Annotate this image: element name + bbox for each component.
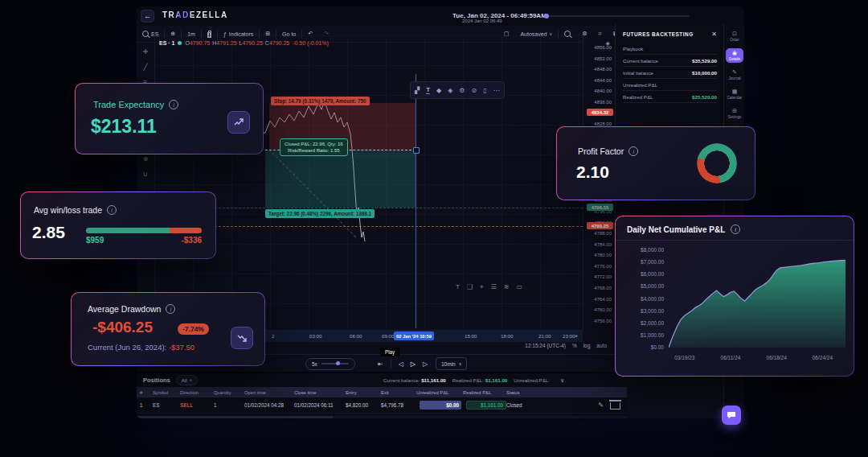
fill-color-icon[interactable]: ◆ (436, 87, 441, 94)
delete-icon[interactable] (610, 402, 620, 410)
floating-drawing-toolbar: ▞T◆◈⚙⊘▯⋯ (410, 81, 505, 99)
lock-icon[interactable]: ⊘ (472, 87, 477, 94)
column-header: Realized P&L (460, 390, 503, 395)
rail-item-journal[interactable]: ✎Journal (726, 68, 743, 82)
symbol-status-dot (178, 41, 182, 45)
row-label: Current balance (623, 58, 658, 64)
rect-tool-icon[interactable]: ▭ (516, 283, 522, 291)
rail-item-label: Details (729, 57, 740, 61)
chart-area[interactable]: Stop: 14.79 (0.31%) 1479, Amount: 750 Cl… (154, 35, 583, 330)
replay-speed-control[interactable]: 5x (305, 358, 355, 370)
replay-slider-handle[interactable] (544, 14, 549, 19)
wave-icon[interactable]: ≋ (504, 283, 510, 291)
time-tick: 23:00 (563, 333, 575, 339)
win-loss-ratio-bar (86, 228, 202, 233)
unrealized-pnl-cell: $0.00 (420, 401, 461, 410)
close-icon[interactable]: ✕ (711, 31, 717, 38)
price-tick: 4776.00 (594, 264, 612, 269)
play-button[interactable]: ▷ (411, 360, 416, 368)
replay-timeline-slider[interactable] (545, 15, 690, 17)
positions-title: Positions (143, 377, 170, 384)
text-format-icon[interactable]: T (426, 86, 430, 94)
stop-label: Stop: 14.79 (0.31%) 1479, Amount: 750 (271, 97, 370, 105)
row-actions: ✎ (595, 401, 620, 410)
line-color-icon[interactable]: ◈ (448, 87, 452, 94)
info-icon[interactable]: i (107, 205, 117, 215)
support-chat-button[interactable] (722, 406, 741, 425)
replay-cursor-line[interactable] (416, 74, 416, 328)
positions-scrollbar[interactable] (137, 416, 627, 418)
y-tick: $4,000.00 (641, 296, 664, 302)
zoom-in-icon[interactable]: ⊕ (143, 155, 149, 163)
anchor-points-icon[interactable]: ▞ (415, 87, 420, 94)
session-clock[interactable]: 12:15:24 (UTC-4) (525, 343, 566, 348)
edit-icon[interactable]: ✎ (595, 401, 604, 409)
trade-expectancy-value: $213.11 (91, 116, 157, 138)
row-label: Unrealized P&L (623, 82, 657, 88)
price-tick: 4852.00 (594, 56, 612, 61)
auto-scale-toggle[interactable]: auto (596, 343, 607, 348)
replay-cursor-handle[interactable] (413, 147, 420, 154)
info-icon[interactable]: i (169, 100, 178, 109)
y-tick: $7,000.00 (641, 259, 664, 265)
x-tick: 06/11/24 (721, 355, 741, 360)
avg-drawdown-value: -$406.25 (92, 319, 153, 336)
rail-item-label: Order (730, 38, 739, 42)
y-tick: $8,000.00 (641, 247, 664, 253)
jump-to-bar-icon[interactable]: ⇤ (378, 360, 383, 368)
rail-item-details[interactable]: ◉Details (726, 48, 743, 63)
replay-interval-select[interactable]: 10min ∨ (436, 357, 467, 370)
legend-ohlc-pair: H4791.25 (212, 40, 236, 46)
rail-item-calendar[interactable]: ▦Calendar (726, 87, 743, 101)
speed-slider[interactable] (321, 363, 349, 364)
legend-ohlc: O4790.75H4791.25L4790.25C4790.25 (185, 40, 289, 46)
collapse-panel-icon[interactable]: ∨ (560, 377, 564, 384)
scroll-to-now-icon[interactable]: ⌖ (575, 333, 578, 340)
expand-metric-button[interactable] (227, 111, 250, 134)
speed-slider-knob[interactable] (336, 361, 340, 365)
text-note-icon[interactable]: T (456, 283, 460, 291)
crosshair-icon[interactable]: ✛ (143, 48, 149, 56)
backtesting-row: Current balance$35,529.00 (623, 55, 717, 67)
price-tick: 4784.00 (594, 242, 612, 247)
position-row[interactable]: 1ESSELL101/02/2024 04:2801/02/2024 06:11… (137, 397, 627, 414)
step-forward-button[interactable]: ▷ (423, 360, 428, 368)
row-label: Playbook (623, 46, 643, 51)
parallel-lines-icon[interactable]: ☰ (491, 283, 497, 291)
price-tick: 4840.00 (594, 89, 612, 93)
delete-icon[interactable]: ▯ (483, 87, 486, 94)
callout-icon[interactable]: ❑ (467, 283, 473, 291)
rail-item-settings[interactable]: ⊞Settings (726, 106, 743, 121)
replay-slider-label: 2024 Jan 02 06:49 (462, 19, 502, 23)
take-profit-zone (265, 150, 416, 208)
closed-pnl-label: Closed P&L: 22.96, Qty: 16 Risk/Reward R… (280, 138, 348, 156)
positions-filter[interactable]: All ∨ (176, 375, 198, 385)
cell: 01/02/2024 04:28 (241, 402, 291, 408)
pnl-y-axis: $8,000.00$7,000.00$6,000.00$5,000.00$4,0… (622, 247, 664, 350)
rail-item-order[interactable]: ⊡Order (726, 29, 743, 43)
legend-symbol: ES · 1 (159, 40, 174, 46)
y-tick: $5,000.00 (641, 283, 664, 289)
y-tick: $6,000.00 (641, 271, 664, 277)
row-value: $35,529.00 (692, 58, 717, 64)
info-icon[interactable]: i (166, 304, 175, 314)
x-tick: 03/19/23 (674, 355, 694, 360)
more-icon[interactable]: ⋯ (493, 87, 500, 94)
price-badge: 4796.55 (587, 204, 613, 211)
settings-icon[interactable]: ⚙ (459, 87, 465, 94)
expand-metric-button[interactable] (231, 327, 253, 349)
info-icon[interactable]: i (628, 146, 638, 156)
avg-win-loss-card: Avg win/loss tradei 2.85 $959 -$336 (20, 191, 216, 259)
trend-line-icon[interactable]: ╱ (144, 64, 148, 72)
step-back-button[interactable]: ◁ (399, 360, 403, 368)
legend-ohlc-pair: O4790.75 (185, 40, 210, 46)
log-scale-toggle[interactable]: log (583, 343, 591, 348)
unrealized-pnl-label: Unrealized P&L: (514, 377, 550, 383)
percent-scale-toggle[interactable]: % (572, 343, 577, 348)
back-button[interactable]: ← (141, 10, 154, 23)
magnet-icon[interactable]: ∪ (143, 171, 148, 179)
info-icon[interactable]: i (731, 224, 740, 234)
price-tick: 4772.00 (594, 274, 612, 279)
pin-icon[interactable]: ⌖ (480, 283, 484, 291)
avg-win-value: $959 (86, 236, 104, 245)
